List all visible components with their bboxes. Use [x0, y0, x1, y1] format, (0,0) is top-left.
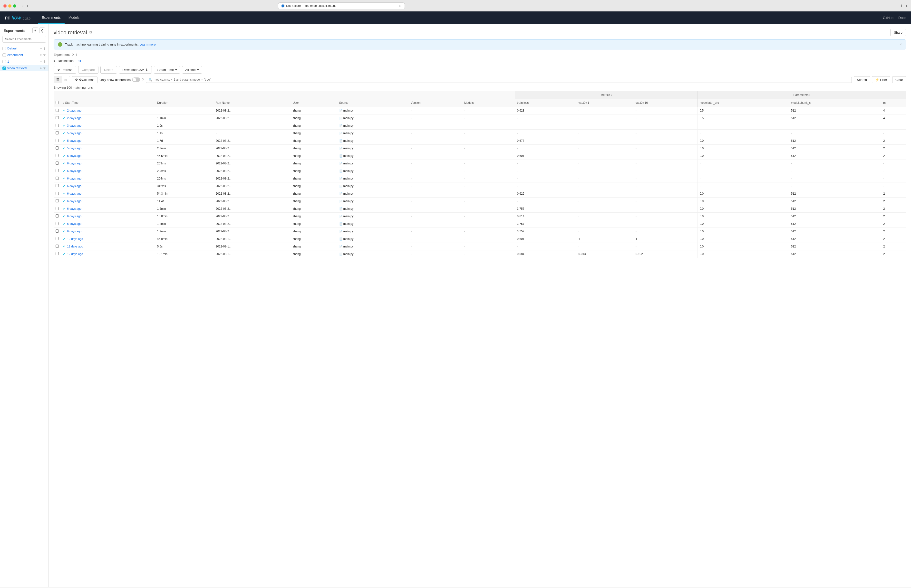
1-delete-button[interactable]: 🗑 [43, 60, 46, 63]
row-checkbox[interactable] [55, 222, 59, 225]
row-checkbox[interactable] [55, 169, 59, 172]
search-bar[interactable]: 🔍 [146, 77, 852, 83]
row-checkbox[interactable] [55, 229, 59, 233]
traffic-light-yellow[interactable] [8, 4, 11, 8]
sidebar-item-1[interactable]: 1 ✏ 🗑 [0, 58, 49, 65]
run-link[interactable]: 6 days ago [67, 230, 81, 233]
row-checkbox[interactable] [55, 199, 59, 202]
run-link[interactable]: 6 days ago [67, 222, 81, 226]
sidebar-item-default[interactable]: Default ✏ 🗑 [0, 45, 49, 52]
filter-button[interactable]: ⚡ Filter [872, 76, 890, 83]
run-link[interactable]: 2 days ago [67, 116, 81, 120]
nav-github-link[interactable]: GitHub [883, 16, 894, 20]
run-link[interactable]: 6 days ago [67, 184, 81, 188]
row-checkbox[interactable] [55, 109, 59, 112]
run-link[interactable]: 6 days ago [67, 162, 81, 165]
run-link[interactable]: 6 days ago [67, 154, 81, 158]
run-link[interactable]: 5 days ago [67, 131, 81, 135]
row-checkbox[interactable] [55, 244, 59, 248]
start-time-dropdown[interactable]: ↓ Start Time ▾ [154, 66, 180, 74]
col-header-m[interactable]: m [881, 99, 906, 107]
sidebar-item-experiment[interactable]: experiment ✏ 🗑 [0, 52, 49, 58]
run-link[interactable]: 5 days ago [67, 147, 81, 150]
sidebar-item-video-retrieval[interactable]: ✓ video retrieval ✏ 🗑 [0, 65, 49, 71]
row-checkbox[interactable] [55, 237, 59, 240]
compare-button[interactable]: Compare [78, 66, 99, 74]
columns-button[interactable]: ⚙ ⚙Columns [72, 76, 97, 83]
share-browser-button[interactable]: ⬆ [900, 4, 903, 8]
video-retrieval-checkbox[interactable]: ✓ [2, 66, 6, 70]
col-header-attn-drc[interactable]: model.attn_drc [697, 99, 789, 107]
col-header-user[interactable]: User [291, 99, 337, 107]
row-checkbox[interactable] [55, 162, 59, 165]
search-button[interactable]: Search [854, 76, 870, 83]
copy-icon[interactable]: ⧉ [89, 31, 92, 35]
row-checkbox[interactable] [55, 252, 59, 255]
refresh-button[interactable]: ↻ Refresh [53, 66, 76, 74]
share-button[interactable]: Share [890, 29, 906, 36]
run-link[interactable]: 12 days ago [67, 245, 83, 248]
row-checkbox[interactable] [55, 154, 59, 157]
forward-button[interactable]: › [26, 3, 29, 8]
filter-search-input[interactable] [154, 78, 849, 81]
traffic-light-green[interactable] [13, 4, 16, 8]
address-bar[interactable]: 🔵 Not Secure — darkmoon.dbs.ifi.lmu.de ⊕ [278, 2, 405, 9]
video-retrieval-delete-button[interactable]: 🗑 [43, 66, 46, 70]
learn-more-link[interactable]: Learn more [139, 43, 155, 46]
experiment-edit-button[interactable]: ✏ [40, 53, 42, 57]
traffic-light-red[interactable] [3, 4, 6, 8]
only-diff-toggle[interactable] [132, 78, 141, 82]
run-link[interactable]: 6 days ago [67, 177, 81, 180]
run-link[interactable]: 12 days ago [67, 237, 83, 241]
1-checkbox[interactable] [2, 60, 6, 63]
select-all-checkbox[interactable] [55, 101, 59, 104]
col-header-chunk-s[interactable]: model.chunk_s [789, 99, 881, 107]
clear-button[interactable]: Clear [892, 76, 906, 83]
run-link[interactable]: 3 days ago [67, 124, 81, 128]
row-checkbox[interactable] [55, 131, 59, 134]
run-link[interactable]: 6 days ago [67, 199, 81, 203]
1-edit-button[interactable]: ✏ [40, 60, 42, 63]
experiment-checkbox[interactable] [2, 53, 6, 57]
collapse-sidebar-button[interactable]: ❮ [39, 27, 45, 33]
row-checkbox[interactable] [55, 177, 59, 180]
row-checkbox[interactable] [55, 116, 59, 120]
row-checkbox[interactable] [55, 146, 59, 150]
new-tab-button[interactable]: + [905, 4, 908, 8]
delete-button[interactable]: Delete [100, 66, 117, 74]
col-header-version[interactable]: Version [409, 99, 462, 107]
info-close-button[interactable]: × [900, 42, 902, 47]
description-edit-link[interactable]: Edit [76, 59, 81, 63]
run-link[interactable]: 6 days ago [67, 207, 81, 210]
experiment-delete-button[interactable]: 🗑 [43, 53, 46, 57]
row-checkbox[interactable] [55, 207, 59, 210]
row-checkbox[interactable] [55, 214, 59, 218]
run-link[interactable]: 6 days ago [67, 192, 81, 195]
default-delete-button[interactable]: 🗑 [43, 47, 46, 50]
grid-view-button[interactable]: ⊞ [62, 76, 70, 83]
video-retrieval-edit-button[interactable]: ✏ [40, 66, 42, 70]
row-checkbox[interactable] [55, 139, 59, 142]
col-header-source[interactable]: Source [337, 99, 409, 107]
download-csv-button[interactable]: Download CSV ⬇ [119, 66, 152, 74]
search-experiments-input[interactable] [2, 36, 46, 43]
nav-link-models[interactable]: Models [65, 12, 83, 24]
metrics-section-label[interactable]: Metrics › [600, 93, 612, 97]
all-time-dropdown[interactable]: All time ▾ [182, 66, 202, 74]
col-header-train-loss[interactable]: train.loss [515, 99, 577, 107]
default-edit-button[interactable]: ✏ [40, 47, 42, 50]
params-section-label[interactable]: Parameters › [793, 93, 810, 97]
run-link[interactable]: 6 days ago [67, 169, 81, 173]
col-header-val-t2v10[interactable]: val.t2v.10 [634, 99, 697, 107]
nav-link-experiments[interactable]: Experiments [38, 12, 65, 24]
default-checkbox[interactable] [2, 47, 6, 50]
nav-docs-link[interactable]: Docs [898, 16, 906, 20]
run-link[interactable]: 12 days ago [67, 252, 83, 256]
run-link[interactable]: 6 days ago [67, 215, 81, 218]
list-view-button[interactable]: ☰ [54, 76, 62, 83]
row-checkbox[interactable] [55, 124, 59, 127]
col-header-duration[interactable]: Duration [155, 99, 214, 107]
row-checkbox[interactable] [55, 184, 59, 187]
col-header-models[interactable]: Models [462, 99, 515, 107]
col-header-val-t2v1[interactable]: val.t2v.1 [577, 99, 634, 107]
